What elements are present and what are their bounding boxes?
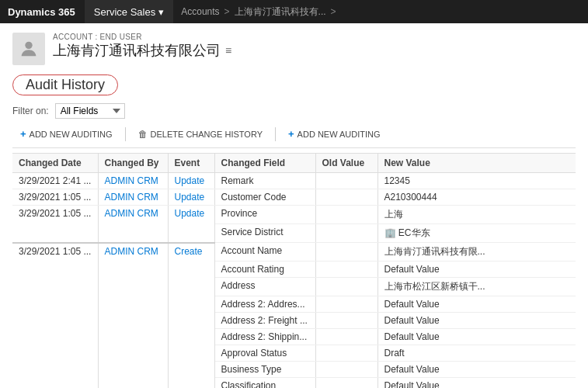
header-old-value: Old Value [315,154,378,173]
cell-old-value [315,224,378,243]
filter-label: Filter on: [12,106,49,116]
add-new-auditing-button[interactable]: + ADD NEW AUDITING [12,125,120,143]
add-new-auditing-button-2[interactable]: + ADD NEW AUDITING [280,125,388,143]
user-avatar-icon [18,38,40,60]
table-row: 3/29/2021 2:41 ...ADMIN CRMUpdateRemark1… [12,173,576,189]
event-link[interactable]: Update [175,208,205,219]
cell-changed-by[interactable]: ADMIN CRM [98,243,168,389]
cell-new-value: Default Value [378,296,576,313]
cell-new-value: 12345 [378,173,576,189]
breadcrumb-sep1: > [224,6,230,17]
cell-changed-field: Customer Code [214,189,315,206]
cell-changed-field: Address 2: Addres... [214,296,315,313]
cell-changed-field: Remark [214,173,315,189]
event-link[interactable]: Update [175,175,205,186]
record-type-label: ACCOUNT : END USER [53,33,231,41]
cell-event: Create [168,243,214,389]
delete-icon: 🗑 [138,129,148,140]
cell-event: Update [168,173,214,189]
cell-changed-field: Address 2: Freight ... [214,313,315,329]
cell-new-value: A210300444 [378,189,576,206]
changed-by-link[interactable]: ADMIN CRM [105,192,158,203]
cell-old-value [315,189,378,206]
cell-new-value: Draft [378,345,576,362]
top-navigation: Dynamics 365 Service Sales ▾ Accounts > … [0,0,588,23]
changed-by-link[interactable]: ADMIN CRM [105,175,158,186]
breadcrumb: Accounts > 上海肯汀通讯科技有... > [173,5,336,19]
app-name: Service Sales [94,6,155,18]
cell-new-value: Default Value [378,329,576,345]
toolbar-separator-2 [275,127,276,141]
cell-old-value [315,313,378,329]
cell-event: Update [168,206,214,243]
cell-date: 3/29/2021 1:05 ... [12,189,98,206]
cell-new-value: Default Value [378,378,576,389]
event-link[interactable]: Update [175,192,205,203]
app-switcher[interactable]: Service Sales ▾ [85,0,173,23]
avatar [12,33,45,65]
filter-select[interactable]: All Fields [55,103,125,119]
app-dropdown-icon: ▾ [158,6,164,18]
cell-changed-field: Account Name [214,243,315,262]
cell-date: 3/29/2021 2:41 ... [12,173,98,189]
cell-old-value [315,378,378,389]
add-icon-2: + [288,128,294,140]
dynamics-brand[interactable]: Dynamics 365 [8,6,85,18]
audit-table: Changed Date Changed By Event Changed Fi… [12,153,576,388]
add-icon-1: + [20,128,26,140]
cell-changed-field: Business Type [214,362,315,378]
delete-history-button[interactable]: 🗑 DELETE CHANGE HISTORY [130,126,270,143]
cell-old-value [315,206,378,224]
cell-changed-field: Address 2: Shippin... [214,329,315,345]
cell-changed-field: Account Rating [214,262,315,278]
breadcrumb-accounts[interactable]: Accounts [181,6,219,17]
cell-changed-by[interactable]: ADMIN CRM [98,189,168,206]
cell-changed-field: Classification [214,378,315,389]
changed-by-link[interactable]: ADMIN CRM [105,246,158,257]
cell-changed-field: Approval Status [214,345,315,362]
header-changed-date: Changed Date [12,154,98,173]
record-header: ACCOUNT : END USER 上海肯汀通讯科技有限公司 ≡ [12,33,576,65]
cell-changed-by[interactable]: ADMIN CRM [98,173,168,189]
event-link[interactable]: Create [175,246,203,257]
add-new-label-2: ADD NEW AUDITING [297,130,381,139]
cell-new-value: Default Value [378,313,576,329]
cell-changed-by[interactable]: ADMIN CRM [98,206,168,243]
header-event: Event [168,154,214,173]
cell-new-value: 上海市松江区新桥镇干... [378,278,576,296]
filter-row: Filter on: All Fields [12,103,576,119]
toolbar: + ADD NEW AUDITING 🗑 DELETE CHANGE HISTO… [12,125,576,148]
breadcrumb-current[interactable]: 上海肯汀通讯科技有... [235,5,326,19]
cell-old-value [315,296,378,313]
record-menu-icon[interactable]: ≡ [225,44,231,57]
cell-new-value: Default Value [378,262,576,278]
cell-date: 3/29/2021 1:05 ... [12,206,98,243]
cell-changed-field: Service District [214,224,315,243]
main-content: ACCOUNT : END USER 上海肯汀通讯科技有限公司 ≡ Audit … [0,23,588,388]
breadcrumb-sep2: > [331,6,336,17]
table-row: 3/29/2021 1:05 ...ADMIN CRMUpdateCustome… [12,189,576,206]
cell-date: 3/29/2021 1:05 ... [12,243,98,389]
cell-new-value: 上海 [378,206,576,224]
cell-changed-field: Province [214,206,315,224]
cell-new-value: 上海肯汀通讯科技有限... [378,243,576,262]
table-header-row: Changed Date Changed By Event Changed Fi… [12,154,576,173]
cell-new-value: Default Value [378,362,576,378]
cell-old-value [315,278,378,296]
header-changed-by: Changed By [98,154,168,173]
record-name-row: 上海肯汀通讯科技有限公司 ≡ [53,41,231,60]
changed-by-link[interactable]: ADMIN CRM [105,208,158,219]
cell-changed-field: Address [214,278,315,296]
delete-history-label: DELETE CHANGE HISTORY [151,130,263,139]
cell-old-value [315,362,378,378]
cell-event: Update [168,189,214,206]
toolbar-separator-1 [125,127,126,141]
audit-heading: Audit History [12,74,118,95]
header-new-value: New Value [378,154,576,173]
cell-old-value [315,243,378,262]
cell-old-value [315,173,378,189]
record-info: ACCOUNT : END USER 上海肯汀通讯科技有限公司 ≡ [53,33,231,60]
cell-new-value: 🏢 EC华东 [378,224,576,243]
table-row: 3/29/2021 1:05 ...ADMIN CRMUpdateProvinc… [12,206,576,224]
cell-old-value [315,329,378,345]
